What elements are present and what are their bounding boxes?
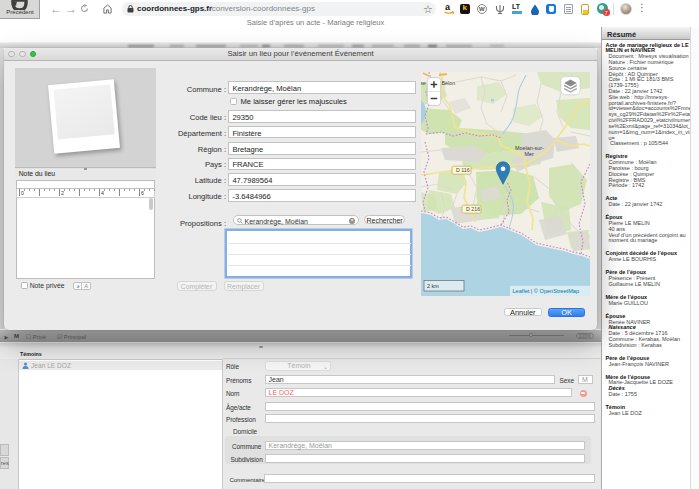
svg-text:Mer: Mer xyxy=(525,151,534,157)
svg-text:Bélon: Bélon xyxy=(442,79,456,85)
svg-text:2 km: 2 km xyxy=(427,283,439,289)
svg-text:Leaflet | © OpenStreetMap: Leaflet | © OpenStreetMap xyxy=(513,288,580,294)
svg-text:D 216: D 216 xyxy=(466,206,480,212)
svg-text:se: se xyxy=(421,79,426,85)
svg-text:D 116: D 116 xyxy=(456,167,470,173)
